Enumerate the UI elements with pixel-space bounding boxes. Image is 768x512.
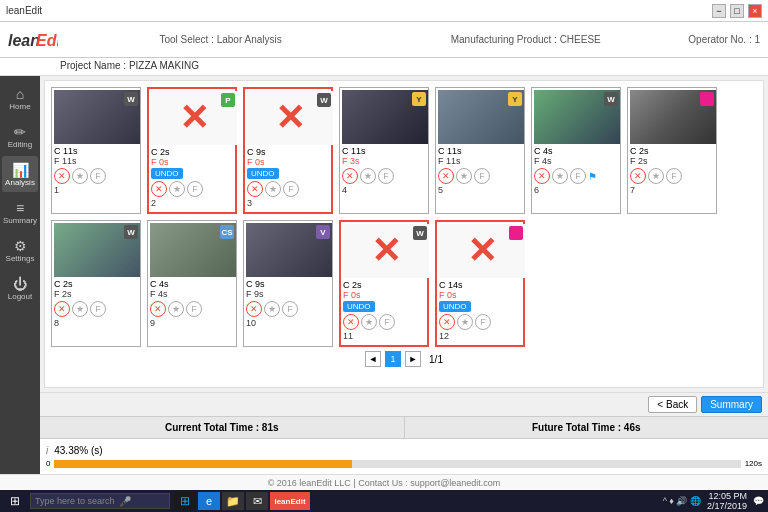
card-badge-3: W xyxy=(317,93,331,107)
logo: lean Edit xyxy=(8,26,58,54)
card-6[interactable]: WC 4sF 4s✕★F⚑6 xyxy=(531,87,621,214)
taskbar-apps: ⊞ e 📁 ✉ leanEdit xyxy=(174,492,659,510)
start-button[interactable]: ⊞ xyxy=(4,494,26,508)
app-title: leanEdit xyxy=(6,5,42,16)
taskbar-app-3[interactable]: 📁 xyxy=(222,492,244,510)
taskbar-app-1[interactable]: ⊞ xyxy=(174,492,196,510)
card-delete-btn-12[interactable]: ✕ xyxy=(439,314,455,330)
card-f-time-3: F 0s xyxy=(247,157,329,167)
card-flag-btn-1[interactable]: F xyxy=(90,168,106,184)
card-star-btn-10[interactable]: ★ xyxy=(264,301,280,317)
card-9[interactable]: CSC 4sF 4s✕★F9 xyxy=(147,220,237,347)
taskbar-app-2[interactable]: e xyxy=(198,492,220,510)
taskbar-search[interactable]: Type here to search 🎤 xyxy=(30,493,170,509)
sidebar-item-analysis[interactable]: 📊 Analysis xyxy=(2,156,38,192)
card-star-btn-12[interactable]: ★ xyxy=(457,314,473,330)
card-star-btn-1[interactable]: ★ xyxy=(72,168,88,184)
card-delete-btn-3[interactable]: ✕ xyxy=(247,181,263,197)
card-star-btn-2[interactable]: ★ xyxy=(169,181,185,197)
card-flag-btn-4[interactable]: F xyxy=(378,168,394,184)
card-flag-btn-9[interactable]: F xyxy=(186,301,202,317)
card-star-btn-7[interactable]: ★ xyxy=(648,168,664,184)
minimize-button[interactable]: − xyxy=(712,4,726,18)
card-star-btn-11[interactable]: ★ xyxy=(361,314,377,330)
card-star-btn-9[interactable]: ★ xyxy=(168,301,184,317)
card-f-time-4: F 3s xyxy=(342,156,426,166)
card-flag-btn-11[interactable]: F xyxy=(379,314,395,330)
sidebar-item-settings[interactable]: ⚙ Settings xyxy=(2,232,38,268)
card-badge-12 xyxy=(509,226,523,240)
card-delete-btn-1[interactable]: ✕ xyxy=(54,168,70,184)
summary-button[interactable]: Summary xyxy=(701,396,762,413)
undo-button-2[interactable]: UNDO xyxy=(151,168,183,179)
card-flag-btn-7[interactable]: F xyxy=(666,168,682,184)
card-10[interactable]: VC 9sF 9s✕★F10 xyxy=(243,220,333,347)
card-c-time-2: C 2s xyxy=(151,147,233,157)
card-7[interactable]: C 2sF 2s✕★F7 xyxy=(627,87,717,214)
sidebar-item-editing[interactable]: ✏ Editing xyxy=(2,118,38,154)
card-star-btn-4[interactable]: ★ xyxy=(360,168,376,184)
card-flag-btn-3[interactable]: F xyxy=(283,181,299,197)
card-delete-btn-6[interactable]: ✕ xyxy=(534,168,550,184)
card-f-time-10: F 9s xyxy=(246,289,330,299)
card-thumbnail-4: Y xyxy=(342,90,428,144)
card-flag-btn-10[interactable]: F xyxy=(282,301,298,317)
maximize-button[interactable]: □ xyxy=(730,4,744,18)
card-number-3: 3 xyxy=(247,198,329,208)
card-star-btn-3[interactable]: ★ xyxy=(265,181,281,197)
pagination-page-1[interactable]: 1 xyxy=(385,351,401,367)
card-c-time-5: C 11s xyxy=(438,146,522,156)
card-delete-btn-4[interactable]: ✕ xyxy=(342,168,358,184)
card-flag-btn-5[interactable]: F xyxy=(474,168,490,184)
card-star-btn-5[interactable]: ★ xyxy=(456,168,472,184)
card-delete-btn-7[interactable]: ✕ xyxy=(630,168,646,184)
card-f-time-1: F 11s xyxy=(54,156,138,166)
card-4[interactable]: YC 11sF 3s✕★F4 xyxy=(339,87,429,214)
card-actions-8: ✕★F xyxy=(54,301,138,317)
card-flag-btn-12[interactable]: F xyxy=(475,314,491,330)
card-12[interactable]: ✕C 14sF 0sUNDO✕★F12 xyxy=(435,220,525,347)
card-5[interactable]: YC 11sF 11s✕★F5 xyxy=(435,87,525,214)
undo-button-3[interactable]: UNDO xyxy=(247,168,279,179)
card-star-btn-6[interactable]: ★ xyxy=(552,168,568,184)
card-f-time-11: F 0s xyxy=(343,290,425,300)
card-f-time-8: F 2s xyxy=(54,289,138,299)
card-delete-btn-11[interactable]: ✕ xyxy=(343,314,359,330)
card-11[interactable]: ✕WC 2sF 0sUNDO✕★F11 xyxy=(339,220,429,347)
pagination-prev[interactable]: ◄ xyxy=(365,351,381,367)
close-button[interactable]: × xyxy=(748,4,762,18)
card-delete-btn-9[interactable]: ✕ xyxy=(150,301,166,317)
sidebar-item-home[interactable]: ⌂ Home xyxy=(2,80,38,116)
card-flag-btn-6[interactable]: F xyxy=(570,168,586,184)
stats-bar: Current Total Time : 81s Future Total Ti… xyxy=(40,416,768,438)
taskbar-app-5[interactable]: leanEdit xyxy=(270,492,310,510)
pagination-next[interactable]: ► xyxy=(405,351,421,367)
sidebar-item-logout[interactable]: ⏻ Logout xyxy=(2,270,38,306)
card-1[interactable]: WC 11sF 11s✕★F1 xyxy=(51,87,141,214)
back-button[interactable]: < Back xyxy=(648,396,697,413)
summary-icon: ≡ xyxy=(16,200,24,216)
card-delete-btn-5[interactable]: ✕ xyxy=(438,168,454,184)
card-2[interactable]: ✕PC 2sF 0sUNDO✕★F2 xyxy=(147,87,237,214)
card-3[interactable]: ✕WC 9sF 0sUNDO✕★F3 xyxy=(243,87,333,214)
card-number-5: 5 xyxy=(438,185,522,195)
taskbar-icons: ^ ♦ 🔊 🌐 xyxy=(663,496,701,506)
card-flag-btn-2[interactable]: F xyxy=(187,181,203,197)
taskbar-app-4[interactable]: ✉ xyxy=(246,492,268,510)
undo-button-11[interactable]: UNDO xyxy=(343,301,375,312)
card-star-btn-8[interactable]: ★ xyxy=(72,301,88,317)
mic-icon: 🎤 xyxy=(119,496,131,507)
card-8[interactable]: WC 2sF 2s✕★F8 xyxy=(51,220,141,347)
card-delete-btn-8[interactable]: ✕ xyxy=(54,301,70,317)
card-delete-btn-10[interactable]: ✕ xyxy=(246,301,262,317)
card-delete-btn-2[interactable]: ✕ xyxy=(151,181,167,197)
card-thumbnail-7 xyxy=(630,90,716,144)
card-f-time-9: F 4s xyxy=(150,289,234,299)
card-badge-1: W xyxy=(124,92,138,106)
card-actions-10: ✕★F xyxy=(246,301,330,317)
sidebar-item-summary[interactable]: ≡ Summary xyxy=(2,194,38,230)
card-flag-btn-8[interactable]: F xyxy=(90,301,106,317)
card-badge-2: P xyxy=(221,93,235,107)
undo-button-12[interactable]: UNDO xyxy=(439,301,471,312)
card-c-time-9: C 4s xyxy=(150,279,234,289)
